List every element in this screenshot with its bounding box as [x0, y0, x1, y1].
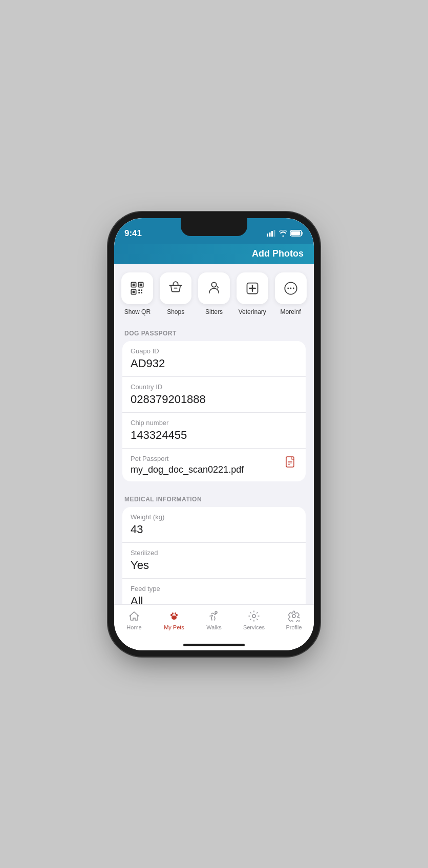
- svg-point-37: [172, 616, 177, 620]
- svg-rect-12: [133, 290, 135, 293]
- action-sitters[interactable]: Sitters: [197, 272, 231, 315]
- svg-point-41: [175, 612, 176, 615]
- svg-rect-17: [174, 287, 178, 288]
- pet-passport-label: Pet Passport: [131, 455, 281, 462]
- dog-passport-card: Guapo ID AD932 Country ID 028379201888 C…: [122, 341, 306, 481]
- sitters-icon-box: [198, 272, 230, 304]
- svg-rect-5: [302, 232, 304, 235]
- svg-rect-8: [133, 283, 135, 286]
- svg-rect-15: [139, 292, 140, 293]
- country-id-label: Country ID: [131, 383, 297, 391]
- nav-item-home[interactable]: Home: [114, 610, 154, 630]
- action-shops[interactable]: Shops: [159, 272, 193, 315]
- paw-icon: [168, 610, 180, 622]
- phone-screen: 9:41: [114, 218, 314, 650]
- battery-icon: [290, 230, 304, 237]
- shops-label: Shops: [167, 308, 184, 315]
- veterinary-icon-box: [237, 272, 268, 304]
- nav-item-profile[interactable]: Profile: [274, 610, 314, 630]
- field-sterilized: Sterilized Yes: [122, 543, 306, 579]
- svg-rect-2: [271, 231, 273, 237]
- svg-point-44: [292, 615, 295, 618]
- services-icon: [248, 610, 260, 622]
- phone-frame: 9:41: [114, 218, 314, 650]
- svg-rect-10: [140, 283, 142, 286]
- nav-my-pets-label: My Pets: [164, 624, 184, 630]
- veterinary-icon: [245, 281, 260, 295]
- status-time: 9:41: [124, 228, 142, 239]
- nav-item-services[interactable]: Services: [234, 610, 274, 630]
- svg-rect-13: [139, 289, 140, 291]
- nav-services-label: Services: [243, 624, 265, 630]
- nav-item-walks[interactable]: Walks: [194, 610, 234, 630]
- pet-passport-value: my_dog_doc_scan0221.pdf: [131, 464, 281, 475]
- guapo-id-value: AD932: [131, 357, 297, 370]
- svg-rect-6: [291, 231, 301, 236]
- pet-passport-pdf-icon[interactable]: [285, 456, 297, 474]
- svg-point-43: [252, 615, 255, 618]
- quick-actions: Show QR Shops: [114, 264, 314, 324]
- sterilized-label: Sterilized: [131, 549, 297, 557]
- action-show-qr[interactable]: Show QR: [120, 272, 155, 315]
- sitters-icon: [207, 281, 221, 295]
- sitters-label: Sitters: [205, 308, 223, 315]
- nav-profile-label: Profile: [286, 624, 302, 630]
- status-icons: [267, 230, 304, 237]
- chip-number-value: 143324455: [131, 429, 297, 442]
- svg-rect-14: [141, 289, 142, 291]
- action-moreinfo[interactable]: Moreinf: [273, 272, 308, 315]
- weight-value: 43: [131, 523, 297, 536]
- svg-point-22: [287, 287, 289, 289]
- svg-rect-16: [141, 292, 142, 293]
- qr-icon: [130, 281, 144, 295]
- shops-icon-box: [160, 272, 191, 304]
- home-icon: [128, 610, 140, 622]
- nav-home-label: Home: [126, 624, 141, 630]
- feed-type-label: Feed type: [131, 585, 297, 592]
- dog-passport-section-label: DOG PASSPORT: [114, 324, 314, 341]
- field-weight: Weight (kg) 43: [122, 507, 306, 543]
- scroll-content: DOG PASSPORT Guapo ID AD932 Country ID 0…: [114, 324, 314, 613]
- field-guapo-id: Guapo ID AD932: [122, 341, 306, 377]
- guapo-id-label: Guapo ID: [131, 347, 297, 355]
- weight-label: Weight (kg): [131, 513, 297, 521]
- field-pet-passport[interactable]: Pet Passport my_dog_doc_scan0221.pdf: [122, 449, 306, 481]
- chip-number-label: Chip number: [131, 419, 297, 427]
- profile-icon: [288, 610, 300, 622]
- show-qr-icon-box: [121, 272, 153, 304]
- svg-rect-3: [274, 230, 275, 237]
- wifi-icon: [279, 230, 287, 237]
- header-area: Add Photos: [114, 244, 314, 264]
- svg-rect-0: [267, 234, 268, 237]
- show-qr-label: Show QR: [124, 308, 151, 315]
- more-icon: [284, 281, 298, 295]
- add-photos-button[interactable]: Add Photos: [252, 248, 304, 259]
- field-chip-number: Chip number 143324455: [122, 413, 306, 449]
- medical-info-card: Weight (kg) 43 Sterilized Yes Feed type …: [122, 507, 306, 613]
- svg-rect-25: [286, 457, 294, 467]
- shops-icon: [168, 281, 183, 295]
- svg-rect-1: [269, 232, 271, 237]
- dog-walk-icon: [208, 610, 220, 622]
- action-veterinary[interactable]: Veterinary: [235, 272, 269, 315]
- veterinary-label: Veterinary: [239, 308, 266, 315]
- moreinfo-icon-box: [275, 272, 307, 304]
- svg-point-23: [290, 287, 291, 289]
- moreinfo-label: Moreinf: [281, 308, 301, 315]
- notch: [181, 218, 247, 236]
- field-country-id: Country ID 028379201888: [122, 377, 306, 413]
- medical-info-section-label: MEDICAL INFORMATION: [114, 490, 314, 507]
- nav-item-my-pets[interactable]: My Pets: [154, 610, 194, 630]
- home-indicator: [183, 644, 245, 646]
- sterilized-value: Yes: [131, 559, 297, 572]
- svg-point-24: [292, 287, 294, 289]
- nav-walks-label: Walks: [206, 624, 222, 630]
- svg-point-40: [172, 612, 174, 615]
- country-id-value: 028379201888: [131, 393, 297, 406]
- signal-icon: [267, 230, 276, 237]
